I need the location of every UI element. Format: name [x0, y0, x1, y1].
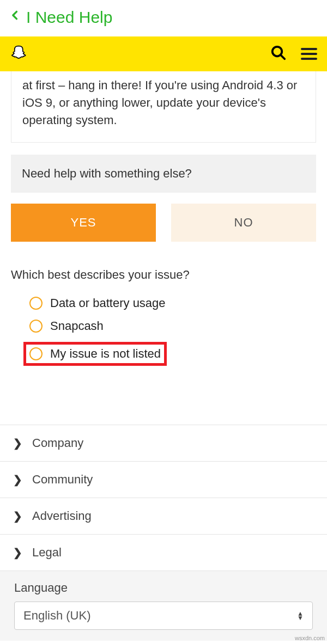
- yes-button[interactable]: YES: [11, 204, 156, 242]
- highlight-box: My issue is not listed: [23, 342, 167, 366]
- radio-icon: [29, 320, 43, 333]
- app-header: [0, 36, 327, 71]
- footer-label: Advertising: [32, 509, 92, 523]
- radio-icon: [29, 347, 43, 360]
- chevron-right-icon: ❯: [13, 473, 22, 486]
- option-snapcash[interactable]: Snapcash: [29, 315, 316, 338]
- footer-advertising[interactable]: ❯ Advertising: [0, 498, 327, 534]
- language-section: Language English (UK) ▲▼: [0, 571, 327, 641]
- option-not-listed[interactable]: My issue is not listed: [29, 338, 316, 370]
- footer-nav: ❯ Company ❯ Community ❯ Advertising ❯ Le…: [0, 425, 327, 571]
- language-label: Language: [14, 581, 313, 595]
- svg-line-1: [281, 55, 285, 59]
- menu-icon[interactable]: [301, 48, 317, 60]
- info-text: at first – hang in there! If you're usin…: [22, 78, 297, 127]
- watermark: wsxdn.com: [295, 635, 325, 641]
- help-prompt-text: Need help with something else?: [22, 167, 192, 180]
- footer-label: Company: [32, 436, 83, 450]
- language-select[interactable]: English (UK) ▲▼: [14, 602, 313, 630]
- footer-community[interactable]: ❯ Community: [0, 461, 327, 498]
- option-label: Snapcash: [50, 319, 104, 333]
- footer-label: Community: [32, 473, 93, 487]
- help-prompt: Need help with something else?: [11, 155, 316, 193]
- footer-legal[interactable]: ❯ Legal: [0, 534, 327, 571]
- footer-label: Legal: [32, 545, 62, 560]
- search-icon[interactable]: [270, 45, 287, 63]
- no-button[interactable]: NO: [171, 204, 316, 242]
- page-title: I Need Help: [26, 8, 112, 27]
- radio-icon: [29, 297, 43, 310]
- chevron-right-icon: ❯: [13, 546, 22, 559]
- button-row: YES NO: [11, 204, 316, 242]
- ghost-logo-icon[interactable]: [10, 45, 26, 63]
- chevron-right-icon: ❯: [13, 510, 22, 523]
- back-chevron-icon[interactable]: [10, 8, 21, 27]
- top-nav: I Need Help: [0, 0, 327, 36]
- options-group: Data or battery usage Snapcash My issue …: [11, 292, 316, 370]
- option-label: My issue is not listed: [50, 347, 161, 361]
- footer-company[interactable]: ❯ Company: [0, 425, 327, 461]
- issue-question: Which best describes your issue?: [11, 268, 316, 282]
- chevron-right-icon: ❯: [13, 437, 22, 450]
- info-card: at first – hang in there! If you're usin…: [11, 71, 316, 143]
- select-arrows-icon: ▲▼: [297, 611, 304, 620]
- language-value: English (UK): [23, 609, 90, 623]
- option-label: Data or battery usage: [50, 296, 166, 310]
- option-data-battery[interactable]: Data or battery usage: [29, 292, 316, 315]
